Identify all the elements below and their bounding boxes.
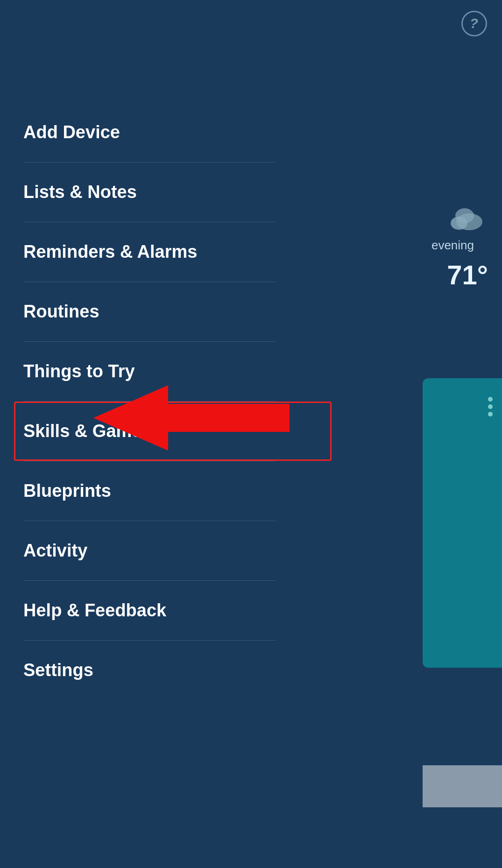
menu-item-activity[interactable]: Activity — [23, 521, 276, 581]
menu-item-help-feedback[interactable]: Help & Feedback — [23, 581, 276, 641]
help-icon[interactable]: ? — [461, 11, 487, 36]
menu-item-lists-notes[interactable]: Lists & Notes — [23, 162, 276, 222]
menu-item-routines[interactable]: Routines — [23, 282, 276, 342]
drawer: Add DeviceLists & NotesReminders & Alarm… — [0, 0, 308, 868]
menu-item-reminders-alarms[interactable]: Reminders & Alarms — [23, 222, 276, 282]
menu-item-blueprints[interactable]: Blueprints — [23, 461, 276, 521]
dot-3 — [488, 412, 493, 416]
dot-2 — [488, 404, 493, 409]
menu-item-settings[interactable]: Settings — [23, 641, 276, 700]
menu-item-label-help-feedback: Help & Feedback — [23, 600, 166, 620]
menu-item-label-routines: Routines — [23, 302, 99, 321]
menu-item-skills-games[interactable]: Skills & Games — [23, 402, 276, 461]
menu-item-label-reminders-alarms: Reminders & Alarms — [23, 242, 197, 261]
weather-description: evening — [431, 238, 474, 253]
dot-1 — [488, 397, 493, 402]
weather-area — [446, 205, 483, 233]
menu-item-label-settings: Settings — [23, 660, 93, 680]
menu-item-label-activity: Activity — [23, 541, 87, 560]
gray-strip — [423, 765, 502, 807]
weather-temperature: 71° — [447, 259, 488, 290]
menu-item-add-device[interactable]: Add Device — [23, 103, 276, 162]
svg-point-2 — [455, 208, 474, 223]
cloud-icon — [446, 205, 483, 231]
help-icon-container[interactable]: ? — [460, 9, 488, 37]
menu-items-list: Add DeviceLists & NotesReminders & Alarm… — [0, 103, 299, 700]
menu-item-things-to-try[interactable]: Things to Try — [23, 342, 276, 402]
menu-item-label-add-device: Add Device — [23, 122, 120, 142]
right-panel: ? evening 71° Devices — [308, 0, 502, 868]
menu-item-label-blueprints: Blueprints — [23, 481, 111, 501]
menu-item-label-skills-games: Skills & Games — [23, 421, 152, 441]
menu-item-label-things-to-try: Things to Try — [23, 361, 135, 381]
help-icon-label: ? — [470, 15, 478, 31]
teal-card — [423, 378, 502, 668]
card-dots — [488, 397, 493, 416]
menu-item-label-lists-notes: Lists & Notes — [23, 182, 137, 202]
